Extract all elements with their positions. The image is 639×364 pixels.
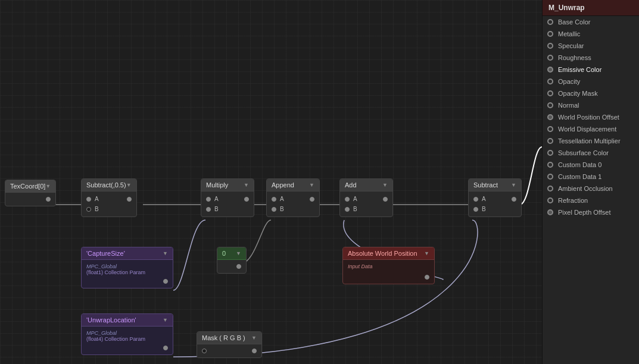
add-pin-b: B — [340, 204, 392, 214]
node-subtract2[interactable]: Subtract ▼ A B — [468, 178, 522, 217]
panel-item-label-normal: Normal — [558, 102, 579, 109]
panel-item-custom-data-1[interactable]: Custom Data 1 — [543, 171, 639, 183]
panel-item-specular[interactable]: Specular — [543, 40, 639, 52]
panel-item-label-tessellation-multiplier: Tessellation Multiplier — [558, 137, 621, 145]
panel-item-emissive-color[interactable]: Emissive Color — [543, 64, 639, 76]
append-pin-a: A — [267, 194, 319, 204]
pin-dot-custom-data-1 — [547, 174, 553, 180]
node-append[interactable]: Append ▼ A B — [266, 178, 320, 217]
panel-item-label-world-displacement: World Displacement — [558, 125, 616, 133]
panel-item-label-base-color: Base Color — [558, 18, 590, 26]
pin-dot-normal — [547, 102, 553, 108]
panel-item-label-opacity: Opacity — [558, 78, 580, 85]
pin-dot-ambient-occlusion — [547, 186, 553, 192]
pin-dot-subsurface-color — [547, 150, 553, 156]
panel-item-label-opacity-mask: Opacity Mask — [558, 90, 598, 97]
subtract2-pin-a: A — [469, 194, 521, 204]
panel-item-opacity[interactable]: Opacity — [543, 76, 639, 87]
node-capturesize[interactable]: 'CaptureSize' ▼ MPC_Global (float1) Coll… — [81, 247, 173, 288]
pin-dot-opacity-mask — [547, 90, 553, 96]
mask-input — [197, 347, 261, 355]
panel-item-opacity-mask[interactable]: Opacity Mask — [543, 87, 639, 99]
pin-dot-world-displacement — [547, 126, 553, 132]
awp-subtitle: Input Data — [343, 262, 434, 273]
node-add[interactable]: Add ▼ A B — [339, 178, 393, 217]
node-unwrap-header: 'UnwrapLocation' ▼ — [82, 314, 173, 327]
subtract2-pin-b: B — [469, 204, 521, 214]
right-panel-title: M_Unwrap — [543, 0, 639, 16]
panel-item-label-ambient-occlusion: Ambient Occlusion — [558, 185, 613, 192]
pin-dot-world-position-offset — [547, 114, 553, 120]
capturesize-subtext: MPC_Global — [82, 262, 173, 269]
panel-item-world-displacement[interactable]: World Displacement — [543, 123, 639, 135]
node-multiply[interactable]: Multiply ▼ A B — [201, 178, 254, 217]
panel-item-label-refraction: Refraction — [558, 197, 588, 204]
panel-item-refraction[interactable]: Refraction — [543, 194, 639, 206]
panel-item-label-emissive-color: Emissive Color — [558, 66, 601, 73]
pin-dot-pixel-depth-offset — [547, 209, 553, 215]
panel-item-world-position-offset[interactable]: World Position Offset — [543, 111, 639, 123]
multiply-pin-b: B — [201, 204, 254, 214]
right-panel: M_Unwrap Base ColorMetallicSpecularRough… — [542, 0, 639, 364]
capturesize-output — [82, 277, 173, 285]
multiply-pin-a: A — [201, 194, 254, 204]
panel-item-normal[interactable]: Normal — [543, 99, 639, 111]
panel-item-label-pixel-depth-offset: Pixel Depth Offset — [558, 209, 610, 216]
node-multiply-header: Multiply ▼ — [201, 179, 254, 192]
texcoord-out-dot — [46, 197, 51, 202]
node-subtract1-header: Subtract(,0.5) ▼ — [82, 179, 136, 192]
node-append-header: Append ▼ — [267, 179, 319, 192]
unwrap-paramtype: (float4) Collection Param — [82, 336, 173, 344]
panel-item-pixel-depth-offset[interactable]: Pixel Depth Offset — [543, 206, 639, 218]
panel-item-tessellation-multiplier[interactable]: Tessellation Multiplier — [543, 135, 639, 147]
pin-dot-custom-data-0 — [547, 162, 553, 168]
pin-dot-base-color — [547, 19, 553, 25]
node-texcoord[interactable]: TexCoord[0] ▼ — [5, 180, 56, 206]
node-canvas[interactable]: TexCoord[0] ▼ Subtract(,0.5) ▼ A B — [0, 0, 542, 364]
node-awp-header: Absolute World Position ▼ — [343, 247, 434, 260]
pin-dot-metallic — [547, 31, 553, 37]
panel-item-label-roughness: Roughness — [558, 54, 591, 61]
awp-output — [343, 273, 434, 281]
add-pin-a: A — [340, 194, 392, 204]
node-zero[interactable]: 0 ▼ — [217, 247, 247, 274]
unwrap-subtext: MPC_Global — [82, 329, 173, 336]
node-mask[interactable]: Mask ( R G B ) ▼ — [197, 331, 262, 358]
node-subtract2-header: Subtract ▼ — [469, 179, 521, 192]
subtract1-pin-b: B — [82, 204, 136, 214]
panel-item-label-custom-data-1: Custom Data 1 — [558, 173, 601, 180]
node-zero-header: 0 ▼ — [217, 247, 246, 260]
panel-item-ambient-occlusion[interactable]: Ambient Occlusion — [543, 183, 639, 194]
pin-dot-refraction — [547, 197, 553, 203]
node-texcoord-header: TexCoord[0] ▼ — [5, 180, 55, 193]
capturesize-paramtype: (float1) Collection Param — [82, 269, 173, 277]
node-unwrap[interactable]: 'UnwrapLocation' ▼ MPC_Global (float4) C… — [81, 313, 173, 355]
append-pin-b: B — [267, 204, 319, 214]
zero-output — [217, 262, 246, 271]
pin-dot-specular — [547, 43, 553, 49]
node-add-header: Add ▼ — [340, 179, 392, 192]
panel-item-label-custom-data-0: Custom Data 0 — [558, 161, 601, 168]
panel-item-subsurface-color[interactable]: Subsurface Color — [543, 147, 639, 159]
node-capturesize-header: 'CaptureSize' ▼ — [82, 247, 173, 260]
panel-item-base-color[interactable]: Base Color — [543, 16, 639, 28]
pin-dot-tessellation-multiplier — [547, 138, 553, 144]
node-subtract1[interactable]: Subtract(,0.5) ▼ A B — [81, 178, 137, 217]
panel-items-list: Base ColorMetallicSpecularRoughnessEmiss… — [543, 16, 639, 218]
panel-item-metallic[interactable]: Metallic — [543, 28, 639, 40]
panel-item-label-subsurface-color: Subsurface Color — [558, 149, 609, 156]
node-mask-header: Mask ( R G B ) ▼ — [197, 332, 261, 344]
panel-item-label-metallic: Metallic — [558, 30, 580, 37]
panel-item-custom-data-0[interactable]: Custom Data 0 — [543, 159, 639, 171]
subtract1-pin-a: A — [82, 194, 136, 204]
node-awp[interactable]: Absolute World Position ▼ Input Data — [342, 247, 435, 284]
pin-dot-emissive-color — [547, 67, 553, 73]
unwrap-output — [82, 344, 173, 352]
texcoord-output-pin — [5, 195, 55, 203]
panel-item-label-world-position-offset: World Position Offset — [558, 114, 619, 121]
pin-dot-opacity — [547, 79, 553, 84]
pin-dot-roughness — [547, 55, 553, 61]
panel-item-label-specular: Specular — [558, 42, 584, 49]
panel-item-roughness[interactable]: Roughness — [543, 52, 639, 64]
